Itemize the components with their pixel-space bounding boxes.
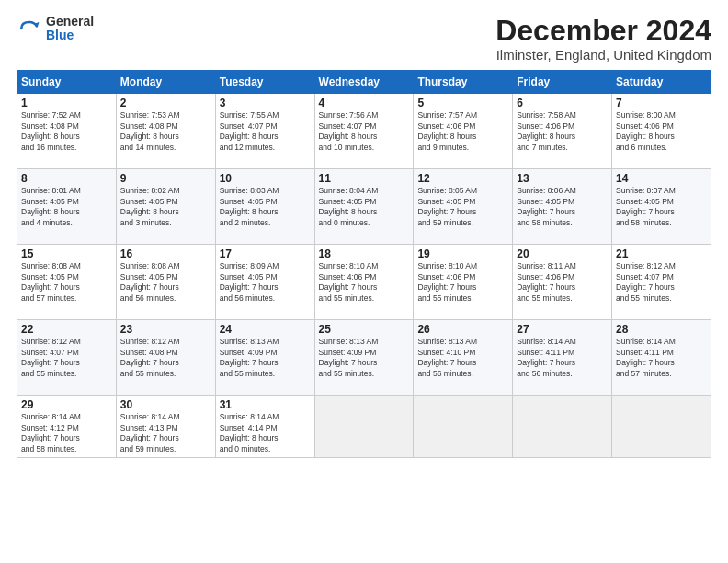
header: General Blue December 2024 Ilminster, En… (17, 15, 711, 63)
calendar-week-1: 1Sunrise: 7:52 AMSunset: 4:08 PMDaylight… (17, 94, 711, 169)
cell-info: Sunrise: 8:10 AMSunset: 4:06 PMDaylight:… (417, 261, 508, 304)
day-number: 9 (120, 172, 211, 185)
page: General Blue December 2024 Ilminster, En… (0, 0, 728, 563)
cell-info: Sunrise: 8:14 AMSunset: 4:11 PMDaylight:… (616, 337, 707, 379)
calendar-cell: 13Sunrise: 8:06 AMSunset: 4:05 PMDayligh… (513, 169, 612, 245)
weekday-header-monday: Monday (116, 71, 215, 94)
weekday-header-tuesday: Tuesday (215, 71, 314, 94)
calendar-cell: 7Sunrise: 8:00 AMSunset: 4:06 PMDaylight… (612, 94, 711, 169)
day-number: 15 (21, 247, 112, 260)
calendar-cell: 5Sunrise: 7:57 AMSunset: 4:06 PMDaylight… (414, 94, 513, 169)
calendar-cell: 28Sunrise: 8:14 AMSunset: 4:11 PMDayligh… (612, 320, 711, 396)
logo-icon (17, 16, 42, 41)
cell-info: Sunrise: 8:08 AMSunset: 4:05 PMDaylight:… (120, 261, 211, 304)
day-number: 6 (517, 97, 608, 109)
day-number: 23 (120, 323, 211, 336)
calendar-cell: 12Sunrise: 8:05 AMSunset: 4:05 PMDayligh… (414, 169, 513, 245)
day-number: 26 (417, 323, 508, 336)
calendar-cell: 11Sunrise: 8:04 AMSunset: 4:05 PMDayligh… (314, 169, 414, 245)
calendar-cell: 9Sunrise: 8:02 AMSunset: 4:05 PMDaylight… (116, 169, 215, 245)
cell-info: Sunrise: 7:53 AMSunset: 4:08 PMDaylight:… (120, 110, 211, 153)
weekday-header-wednesday: Wednesday (314, 71, 414, 94)
day-number: 20 (517, 247, 608, 260)
day-number: 17 (220, 247, 311, 260)
subtitle: Ilminster, England, United Kingdom (495, 47, 711, 63)
day-number: 16 (120, 247, 211, 260)
calendar-cell: 20Sunrise: 8:11 AMSunset: 4:06 PMDayligh… (513, 245, 612, 320)
logo-text: General Blue (46, 15, 94, 43)
calendar-week-3: 15Sunrise: 8:08 AMSunset: 4:05 PMDayligh… (17, 245, 711, 320)
main-title: December 2024 (495, 15, 711, 47)
day-number: 24 (220, 323, 311, 336)
day-number: 5 (417, 97, 508, 109)
day-number: 25 (319, 323, 410, 336)
calendar-cell: 22Sunrise: 8:12 AMSunset: 4:07 PMDayligh… (17, 320, 117, 396)
day-number: 4 (319, 97, 410, 109)
calendar-cell: 31Sunrise: 8:14 AMSunset: 4:14 PMDayligh… (215, 396, 314, 458)
cell-info: Sunrise: 8:06 AMSunset: 4:05 PMDaylight:… (517, 186, 608, 228)
calendar-cell: 4Sunrise: 7:56 AMSunset: 4:07 PMDaylight… (314, 94, 414, 169)
day-number: 12 (417, 172, 508, 185)
title-block: December 2024 Ilminster, England, United… (495, 15, 711, 63)
cell-info: Sunrise: 7:52 AMSunset: 4:08 PMDaylight:… (21, 110, 112, 153)
cell-info: Sunrise: 8:13 AMSunset: 4:10 PMDaylight:… (417, 337, 508, 379)
cell-info: Sunrise: 8:00 AMSunset: 4:06 PMDaylight:… (616, 110, 707, 153)
day-number: 18 (319, 247, 410, 260)
cell-info: Sunrise: 7:58 AMSunset: 4:06 PMDaylight:… (517, 110, 608, 153)
cell-info: Sunrise: 8:10 AMSunset: 4:06 PMDaylight:… (319, 261, 410, 304)
day-number: 30 (120, 398, 211, 411)
cell-info: Sunrise: 8:11 AMSunset: 4:06 PMDaylight:… (517, 261, 608, 304)
calendar-cell: 29Sunrise: 8:14 AMSunset: 4:12 PMDayligh… (17, 396, 117, 458)
day-number: 10 (220, 172, 311, 185)
calendar-cell: 15Sunrise: 8:08 AMSunset: 4:05 PMDayligh… (17, 245, 117, 320)
cell-info: Sunrise: 8:04 AMSunset: 4:05 PMDaylight:… (319, 186, 410, 228)
calendar-cell: 23Sunrise: 8:12 AMSunset: 4:08 PMDayligh… (116, 320, 215, 396)
cell-info: Sunrise: 8:03 AMSunset: 4:05 PMDaylight:… (220, 186, 311, 228)
day-number: 29 (21, 398, 112, 411)
day-number: 2 (120, 97, 211, 109)
cell-info: Sunrise: 8:01 AMSunset: 4:05 PMDaylight:… (21, 186, 112, 228)
calendar-cell: 14Sunrise: 8:07 AMSunset: 4:05 PMDayligh… (612, 169, 711, 245)
cell-info: Sunrise: 8:13 AMSunset: 4:09 PMDaylight:… (220, 337, 311, 379)
calendar-cell: 21Sunrise: 8:12 AMSunset: 4:07 PMDayligh… (612, 245, 711, 320)
cell-info: Sunrise: 8:14 AMSunset: 4:11 PMDaylight:… (517, 337, 608, 379)
calendar-week-5: 29Sunrise: 8:14 AMSunset: 4:12 PMDayligh… (17, 396, 711, 458)
calendar-cell: 30Sunrise: 8:14 AMSunset: 4:13 PMDayligh… (116, 396, 215, 458)
calendar-week-4: 22Sunrise: 8:12 AMSunset: 4:07 PMDayligh… (17, 320, 711, 396)
cell-info: Sunrise: 8:13 AMSunset: 4:09 PMDaylight:… (319, 337, 410, 379)
cell-info: Sunrise: 8:09 AMSunset: 4:05 PMDaylight:… (220, 261, 311, 304)
calendar-cell: 19Sunrise: 8:10 AMSunset: 4:06 PMDayligh… (414, 245, 513, 320)
calendar-week-2: 8Sunrise: 8:01 AMSunset: 4:05 PMDaylight… (17, 169, 711, 245)
weekday-header-thursday: Thursday (414, 71, 513, 94)
calendar-cell (314, 396, 414, 458)
cell-info: Sunrise: 8:02 AMSunset: 4:05 PMDaylight:… (120, 186, 211, 228)
weekday-header-sunday: Sunday (17, 71, 117, 94)
cell-info: Sunrise: 8:14 AMSunset: 4:13 PMDaylight:… (120, 412, 211, 454)
day-number: 11 (319, 172, 410, 185)
day-number: 1 (21, 97, 112, 109)
logo-blue-label: Blue (46, 29, 94, 42)
logo: General Blue (17, 15, 94, 43)
calendar-cell: 3Sunrise: 7:55 AMSunset: 4:07 PMDaylight… (215, 94, 314, 169)
calendar-cell: 10Sunrise: 8:03 AMSunset: 4:05 PMDayligh… (215, 169, 314, 245)
cell-info: Sunrise: 8:05 AMSunset: 4:05 PMDaylight:… (417, 186, 508, 228)
day-number: 28 (616, 323, 707, 336)
calendar-cell: 8Sunrise: 8:01 AMSunset: 4:05 PMDaylight… (17, 169, 117, 245)
day-number: 7 (616, 97, 707, 109)
cell-info: Sunrise: 7:57 AMSunset: 4:06 PMDaylight:… (417, 110, 508, 153)
cell-info: Sunrise: 8:08 AMSunset: 4:05 PMDaylight:… (21, 261, 112, 304)
calendar-cell (414, 396, 513, 458)
calendar-cell: 24Sunrise: 8:13 AMSunset: 4:09 PMDayligh… (215, 320, 314, 396)
day-number: 14 (616, 172, 707, 185)
day-number: 21 (616, 247, 707, 260)
weekday-header-saturday: Saturday (612, 71, 711, 94)
day-number: 22 (21, 323, 112, 336)
cell-info: Sunrise: 8:12 AMSunset: 4:08 PMDaylight:… (120, 337, 211, 379)
logo-general-label: General (46, 15, 94, 29)
cell-info: Sunrise: 7:55 AMSunset: 4:07 PMDaylight:… (220, 110, 311, 153)
calendar-cell: 6Sunrise: 7:58 AMSunset: 4:06 PMDaylight… (513, 94, 612, 169)
calendar-cell: 16Sunrise: 8:08 AMSunset: 4:05 PMDayligh… (116, 245, 215, 320)
calendar-header-row: SundayMondayTuesdayWednesdayThursdayFrid… (17, 71, 711, 94)
calendar-cell: 1Sunrise: 7:52 AMSunset: 4:08 PMDaylight… (17, 94, 117, 169)
cell-info: Sunrise: 8:14 AMSunset: 4:12 PMDaylight:… (21, 412, 112, 454)
